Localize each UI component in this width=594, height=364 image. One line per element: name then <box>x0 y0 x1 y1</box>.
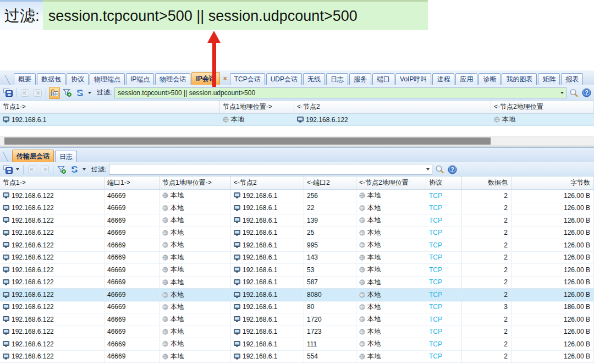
tab-我的图表[interactable]: 我的图表 <box>502 73 537 85</box>
ip-session-column-header[interactable]: 节点1-> <box>0 101 220 113</box>
transport-session-cell: 192.168.6.122 <box>0 190 105 202</box>
add-filter-button[interactable] <box>56 163 67 175</box>
transport-session-row[interactable]: 192.168.6.12246669本地192.168.6.180本地TCP31… <box>0 301 594 314</box>
refresh-button[interactable] <box>74 87 85 99</box>
tab-日志[interactable]: 日志 <box>326 73 348 85</box>
next-button[interactable] <box>32 87 43 99</box>
tab-矩阵[interactable]: 矩阵 <box>538 73 560 85</box>
next-button[interactable] <box>39 163 50 175</box>
add-filter-button[interactable] <box>62 87 73 99</box>
horizontal-scrollbar[interactable] <box>0 136 594 146</box>
transport-session-cell: 本地 <box>160 277 231 289</box>
transport-session-cell: 46669 <box>105 338 160 350</box>
transport-session-row[interactable]: 192.168.6.12246669本地192.168.6.1111本地TCP2… <box>0 338 594 351</box>
tab-端口[interactable]: 端口 <box>372 73 394 85</box>
transport-session-column-header[interactable]: 协议 <box>426 177 462 189</box>
refresh-dropdown-caret[interactable] <box>88 92 91 94</box>
transport-session-column-header[interactable]: 节点1地理位置-> <box>160 177 231 189</box>
transport-session-row[interactable]: 192.168.6.12246669本地192.168.6.125本地TCP21… <box>0 227 594 240</box>
search-button[interactable] <box>568 87 579 99</box>
cell-value: 192.168.6.122 <box>12 253 54 261</box>
transport-session-cell: 本地 <box>160 227 231 239</box>
tab-协议[interactable]: 协议 <box>67 73 89 85</box>
transport-session-row[interactable]: 192.168.6.12246669本地192.168.6.1256本地TCP2… <box>0 190 594 202</box>
tab-IP端点[interactable]: IP端点 <box>126 73 154 85</box>
transport-session-column-header[interactable]: <-节点2 <box>231 177 304 189</box>
transport-session-row[interactable]: 192.168.6.12246669本地192.168.6.122本地TCP21… <box>0 202 594 215</box>
save-button[interactable] <box>2 163 13 175</box>
analyzer-window: 概要数据包协议物理端点IP端点物理会话IP会话×TCP会话UDP会话无线日志服务… <box>0 70 594 363</box>
transport-session-cell: 25 <box>304 227 356 239</box>
search-button[interactable] <box>434 163 445 175</box>
tab-TCP会话[interactable]: TCP会话 <box>230 73 265 85</box>
scrollbar-thumb[interactable] <box>4 137 491 145</box>
tab-close-icon[interactable]: × <box>221 75 230 84</box>
refresh-button[interactable] <box>69 163 80 175</box>
lower-filter-input[interactable] <box>109 164 432 175</box>
refresh-dropdown-caret[interactable] <box>82 168 86 170</box>
save-button[interactable] <box>2 87 13 99</box>
transport-session-row[interactable]: 192.168.6.12246669本地192.168.6.1143本地TCP2… <box>0 252 594 264</box>
filter-callout: 过滤: session.tcpcount>500 || session.udpc… <box>0 0 428 30</box>
filter-dropdown-caret[interactable] <box>560 92 564 94</box>
ip-session-row[interactable]: 192.168.6.1本地192.168.6.122本地 <box>0 114 594 126</box>
ip-session-column-header[interactable]: <-节点2 <box>294 101 491 113</box>
help-button[interactable]: ? <box>581 87 592 99</box>
tab-诊断[interactable]: 诊断 <box>479 73 501 85</box>
upper-filter-input[interactable]: session.tcpcount>500 || session.udpcount… <box>114 87 566 98</box>
cell-value: 本地 <box>170 240 184 250</box>
transport-session-column-header[interactable]: <-端口2 <box>304 177 356 189</box>
transport-session-row[interactable]: 192.168.6.12246669本地192.168.6.1139本地TCP2… <box>0 214 594 227</box>
help-button[interactable]: ? <box>447 163 458 175</box>
tab-无线[interactable]: 无线 <box>303 73 325 85</box>
transport-session-column-header[interactable]: 字节数 <box>512 177 594 189</box>
transport-session-row[interactable]: 192.168.6.12246669本地192.168.6.18080本地TCP… <box>0 289 594 301</box>
transport-session-column-header[interactable]: 数据包 <box>462 177 512 189</box>
tab-物理端点[interactable]: 物理端点 <box>90 73 125 85</box>
transport-session-cell: 2 <box>462 313 512 326</box>
save-dropdown-caret[interactable] <box>16 168 19 170</box>
tab-进程[interactable]: 进程 <box>432 73 454 85</box>
transport-session-row[interactable]: 192.168.6.12246669本地192.168.6.1554本地TCP2… <box>0 351 594 363</box>
cell-value: 126.00 B <box>564 291 590 299</box>
host-icon <box>234 192 240 198</box>
cell-value: 本地 <box>231 115 244 124</box>
transport-session-cell: 本地 <box>160 264 231 276</box>
tab-VoIP呼叫[interactable]: VoIP呼叫 <box>395 73 431 85</box>
tab-传输层会话[interactable]: 传输层会话 <box>12 150 54 162</box>
tab-物理会话[interactable]: 物理会话 <box>155 73 190 85</box>
tab-概要[interactable]: 概要 <box>14 73 36 85</box>
tab-UDP会话[interactable]: UDP会话 <box>266 73 302 85</box>
transport-session-row[interactable]: 192.168.6.12246669本地192.168.6.11723本地TCP… <box>0 326 594 339</box>
transport-session-cell: 126.00 B <box>512 190 594 202</box>
transport-session-cell: 2 <box>462 214 512 227</box>
prev-button[interactable] <box>26 163 37 175</box>
transport-session-cell: 192.168.6.1 <box>231 190 304 202</box>
transport-session-column-header[interactable]: 节点1-> <box>0 177 105 189</box>
ip-session-column-header[interactable]: <-节点2地理位置 <box>491 101 594 113</box>
location-globe-icon <box>359 329 365 335</box>
tab-服务[interactable]: 服务 <box>349 73 371 85</box>
transport-session-cell: 46669 <box>105 301 160 313</box>
transport-session-column-header[interactable]: <-节点2地理位置 <box>356 177 426 189</box>
prev-button[interactable] <box>19 87 30 99</box>
transport-session-row[interactable]: 192.168.6.12246669本地192.168.6.1587本地TCP2… <box>0 277 594 289</box>
ip-session-column-header[interactable]: 节点1地理位置-> <box>220 101 294 113</box>
transport-session-row[interactable]: 192.168.6.12246669本地192.168.6.1995本地TCP2… <box>0 239 594 252</box>
filter-dropdown-caret[interactable] <box>426 168 430 170</box>
cell-value: 587 <box>307 278 318 286</box>
transport-session-row[interactable]: 192.168.6.12246669本地192.168.6.11720本地TCP… <box>0 313 594 326</box>
tab-应用[interactable]: 应用 <box>455 73 477 85</box>
tab-报表[interactable]: 报表 <box>561 73 583 85</box>
host-icon <box>234 255 240 261</box>
transport-session-cell: 本地 <box>160 338 231 350</box>
transport-session-row[interactable]: 192.168.6.12246669本地192.168.6.153本地TCP21… <box>0 264 594 277</box>
tab-日志[interactable]: 日志 <box>55 151 77 162</box>
tab-数据包[interactable]: 数据包 <box>37 73 65 85</box>
name-table-button[interactable] <box>49 87 60 99</box>
cell-value: 2 <box>504 328 508 335</box>
cell-value: 995 <box>307 241 318 249</box>
cell-value: 111 <box>307 340 317 348</box>
cell-value: 126.00 B <box>564 328 590 335</box>
transport-session-column-header[interactable]: 端口1-> <box>105 177 160 189</box>
